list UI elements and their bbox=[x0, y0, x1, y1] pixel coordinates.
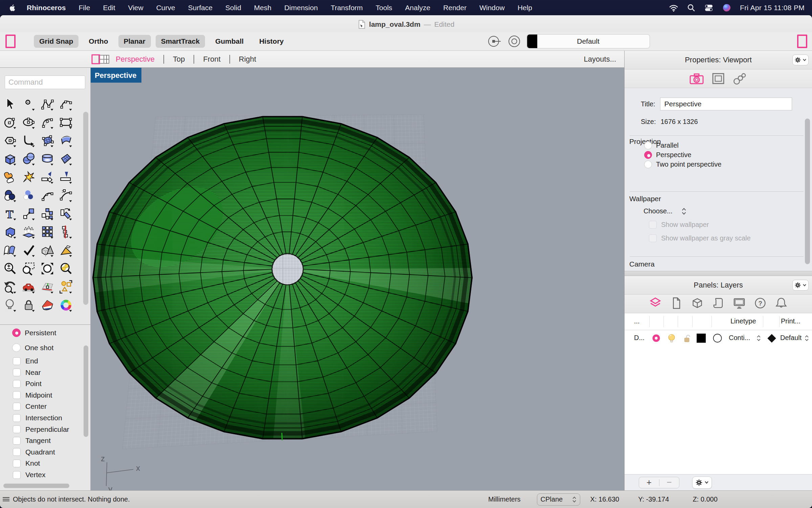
explode-tool-button[interactable] bbox=[19, 168, 38, 186]
solid-union-tool-button[interactable] bbox=[1, 223, 19, 241]
menu-item-analyze[interactable]: Analyze bbox=[399, 4, 437, 12]
surface-curved-tool-button[interactable] bbox=[57, 131, 75, 150]
toggle-history[interactable]: History bbox=[254, 35, 289, 48]
siri-icon[interactable] bbox=[722, 3, 731, 12]
menu-item-mesh[interactable]: Mesh bbox=[248, 4, 278, 12]
menu-item-surface[interactable]: Surface bbox=[182, 4, 219, 12]
zoom-selected-tool-button[interactable] bbox=[57, 259, 75, 278]
spheres-tool-button[interactable] bbox=[19, 150, 38, 168]
viewport-title-input[interactable]: Perspective bbox=[660, 98, 792, 110]
layers-gear-button[interactable] bbox=[792, 280, 809, 291]
menu-item-curve[interactable]: Curve bbox=[150, 4, 182, 12]
viewport-canvas[interactable]: zxyPerspective bbox=[91, 68, 624, 490]
osnap-mode-one-shot[interactable]: One shot bbox=[12, 343, 53, 352]
remove-layer-button[interactable]: − bbox=[659, 477, 679, 488]
surface-from-points-tool-button[interactable] bbox=[38, 131, 57, 150]
text-object-tool-button[interactable]: T bbox=[1, 205, 19, 223]
lock-tool-button[interactable] bbox=[19, 296, 38, 314]
properties-gear-button[interactable] bbox=[792, 55, 809, 65]
blend-curve-tool-button[interactable] bbox=[38, 186, 57, 205]
wifi-icon[interactable] bbox=[669, 4, 678, 12]
apple-menu[interactable] bbox=[5, 3, 20, 13]
circle-center-tool-button[interactable] bbox=[1, 113, 19, 131]
toggle-smarttrack[interactable]: SmartTrack bbox=[156, 35, 205, 48]
menu-item-rhinoceros[interactable]: Rhinoceros bbox=[20, 4, 72, 12]
menu-item-window[interactable]: Window bbox=[473, 4, 511, 12]
select-arrow-tool-button[interactable] bbox=[1, 95, 19, 113]
scale-tool-button[interactable] bbox=[19, 205, 38, 223]
viewport-tab-perspective[interactable]: Perspective bbox=[107, 55, 163, 64]
menu-item-file[interactable]: File bbox=[72, 4, 97, 12]
checkbox-unchecked[interactable] bbox=[13, 368, 21, 376]
target-circle-icon[interactable] bbox=[507, 34, 522, 49]
wallpaper-choose-dropdown[interactable]: Choose... bbox=[644, 207, 686, 215]
polygon-tool-button[interactable] bbox=[1, 131, 19, 150]
analyze-direction-tool-button[interactable] bbox=[38, 296, 57, 314]
layer-color-swatch[interactable] bbox=[697, 334, 706, 343]
array-linear-tool-button[interactable] bbox=[57, 223, 75, 241]
radio-selected[interactable] bbox=[12, 329, 21, 337]
osnap-tangent-checkbox[interactable]: Tangent bbox=[13, 437, 51, 445]
osnap-scrollbar[interactable] bbox=[84, 345, 88, 437]
fillet-curve-tool-button[interactable] bbox=[19, 131, 38, 150]
checkbox-unchecked[interactable] bbox=[13, 391, 21, 399]
tool-palette-scrollbar[interactable] bbox=[83, 112, 88, 305]
record-history-icon[interactable] bbox=[487, 34, 502, 49]
radio-unselected[interactable] bbox=[644, 142, 652, 149]
properties-scrollbar[interactable] bbox=[805, 119, 810, 264]
toggle-planar[interactable]: Planar bbox=[118, 35, 151, 48]
link-icon[interactable] bbox=[732, 72, 747, 85]
cplane-combo[interactable]: CPlane bbox=[537, 493, 580, 506]
menu-item-transform[interactable]: Transform bbox=[324, 4, 369, 12]
units-label[interactable]: Millimeters bbox=[488, 495, 521, 503]
bell-panel-tab[interactable] bbox=[774, 296, 788, 311]
single-view-icon[interactable] bbox=[91, 54, 101, 65]
menu-item-view[interactable]: View bbox=[122, 4, 150, 12]
osnap-point-checkbox[interactable]: Point bbox=[13, 380, 42, 388]
osnap-mode-persistent[interactable]: Persistent bbox=[12, 329, 56, 337]
perspective-viewport[interactable]: zxyPerspective bbox=[91, 68, 624, 490]
named-views-tool-button[interactable] bbox=[19, 278, 38, 296]
document-panel-tab[interactable] bbox=[670, 296, 683, 311]
menu-item-help[interactable]: Help bbox=[511, 4, 539, 12]
layer-print-width[interactable]: Default bbox=[780, 334, 802, 342]
checkbox-unchecked[interactable] bbox=[13, 460, 21, 467]
command-input[interactable] bbox=[5, 76, 85, 89]
layer-row-default[interactable]: D...Conti...Default bbox=[625, 330, 812, 346]
checkbox-unchecked[interactable] bbox=[13, 448, 21, 456]
checkbox-unchecked[interactable] bbox=[13, 425, 21, 433]
toolbar-collection-icon[interactable] bbox=[5, 35, 16, 48]
point-tool-button[interactable] bbox=[19, 95, 38, 113]
checkbox-unchecked[interactable] bbox=[13, 437, 21, 445]
blend-adjustable-tool-button[interactable] bbox=[57, 186, 75, 205]
help-panel-tab[interactable]: ? bbox=[753, 296, 767, 311]
material-circle-icon[interactable] bbox=[713, 333, 722, 343]
arc-tool-button[interactable] bbox=[38, 113, 57, 131]
projection-perspective[interactable]: Perspective bbox=[644, 151, 692, 159]
viewport-tab-front[interactable]: Front bbox=[194, 55, 229, 64]
osnap-knot-checkbox[interactable]: Knot bbox=[13, 459, 40, 467]
checkbox-unchecked[interactable] bbox=[13, 357, 21, 365]
zoom-extents-tool-button[interactable] bbox=[38, 259, 57, 278]
layer-actions-gear-button[interactable] bbox=[692, 477, 712, 489]
primitives-tool-button[interactable] bbox=[38, 241, 57, 259]
sweep-tool-button[interactable] bbox=[57, 241, 75, 259]
panel-splitter[interactable] bbox=[625, 271, 812, 276]
projection-parallel[interactable]: Parallel bbox=[644, 142, 679, 149]
layouts-button[interactable]: Layouts... bbox=[584, 55, 616, 64]
lightbulb-on-icon[interactable] bbox=[667, 333, 677, 344]
radio-unselected[interactable] bbox=[12, 343, 21, 352]
array-grid-tool-button[interactable] bbox=[38, 223, 57, 241]
camera-icon[interactable] bbox=[689, 72, 704, 85]
osnap-horizontal-scrollbar[interactable] bbox=[3, 484, 69, 488]
current-layer-donut-icon[interactable] bbox=[652, 334, 661, 343]
osnap-center-checkbox[interactable]: Center bbox=[13, 402, 47, 410]
polyline-tool-button[interactable] bbox=[38, 95, 57, 113]
menu-item-tools[interactable]: Tools bbox=[369, 4, 399, 12]
osnap-quadrant-checkbox[interactable]: Quadrant bbox=[13, 448, 55, 456]
box-panel-tab[interactable] bbox=[691, 296, 704, 311]
checkbox-unchecked[interactable] bbox=[13, 414, 21, 422]
menu-item-solid[interactable]: Solid bbox=[219, 4, 248, 12]
layer-linetype[interactable]: Conti... bbox=[729, 334, 750, 342]
torus-tool-button[interactable] bbox=[38, 150, 57, 168]
